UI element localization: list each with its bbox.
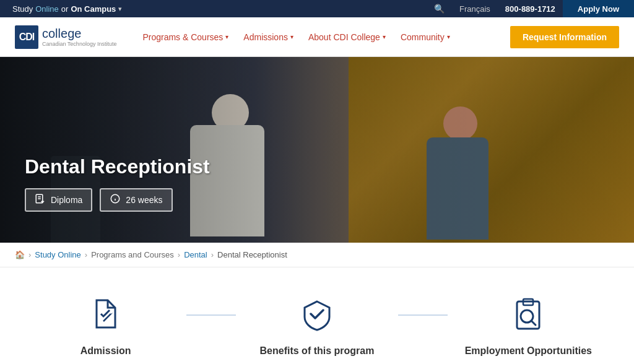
breadcrumb: 🏠 › Study Online › Programs and Courses … [0, 243, 634, 267]
logo-initials: CDI [15, 25, 38, 49]
logo-text: college Canadian Technology Institute [42, 27, 116, 47]
admission-label: Admission [80, 345, 131, 357]
employment-icon [506, 292, 550, 336]
chevron-icon: ▾ [447, 33, 450, 40]
feature-employment: Employment Opportunities [448, 286, 609, 363]
diploma-label: Diploma [51, 195, 82, 205]
chevron-icon: ▾ [290, 33, 293, 40]
employment-label: Employment Opportunities [465, 345, 592, 357]
study-mode-selector: Study Online or On Campus ▾ [12, 4, 122, 14]
breadcrumb-current: Dental Receptionist [217, 250, 287, 259]
dropdown-chevron: ▾ [118, 5, 122, 13]
online-link[interactable]: Online [35, 4, 59, 14]
hero-badges: Diploma 26 weeks [25, 188, 210, 212]
chevron-icon: ▾ [225, 33, 228, 40]
info-icon [110, 193, 121, 207]
nav-programs[interactable]: Programs & Courses ▾ [136, 28, 235, 46]
apply-now-button[interactable]: Apply Now [563, 0, 634, 17]
nav-about[interactable]: About CDI College ▾ [302, 28, 392, 46]
request-info-button[interactable]: Request Information [510, 26, 619, 48]
phone-number: 800-889-1712 [498, 4, 563, 14]
top-bar-right: 🔍 Français 800-889-1712 Apply Now [427, 0, 634, 17]
hero-overlay [0, 57, 634, 243]
logo-brand: college [42, 27, 81, 40]
diploma-badge: Diploma [25, 188, 92, 212]
breadcrumb-study-online[interactable]: Study Online [35, 250, 80, 259]
duration-label: 26 weeks [126, 195, 162, 205]
search-icon[interactable]: 🔍 [427, 4, 452, 14]
hero-title: Dental Receptionist [25, 155, 210, 178]
hero-content: Dental Receptionist Diploma [25, 155, 210, 212]
feature-benefits: Benefits of this program [236, 286, 397, 363]
study-label: Study [12, 4, 33, 14]
svg-line-11 [531, 321, 536, 325]
top-bar: Study Online or On Campus ▾ 🔍 Français 8… [0, 0, 634, 17]
feature-admission: Admission [25, 286, 186, 363]
nav-links: Programs & Courses ▾ Admissions ▾ About … [136, 28, 510, 46]
benefits-icon [295, 292, 339, 336]
logo: CDI college Canadian Technology Institut… [15, 25, 116, 49]
admission-icon [84, 292, 128, 336]
home-icon[interactable]: 🏠 [15, 250, 25, 259]
main-nav: CDI college Canadian Technology Institut… [0, 17, 634, 57]
logo-tagline: Canadian Technology Institute [42, 41, 116, 47]
diploma-icon [35, 193, 46, 207]
nav-admissions[interactable]: Admissions ▾ [237, 28, 300, 46]
nav-community[interactable]: Community ▾ [394, 28, 456, 46]
benefits-label: Benefits of this program [260, 345, 375, 357]
breadcrumb-programs: Programs and Courses [91, 250, 174, 259]
hero-section: Dental Receptionist Diploma [0, 57, 634, 243]
chevron-icon: ▾ [383, 33, 386, 40]
features-section: Admission Benefits of this program [0, 267, 634, 364]
on-campus-link[interactable]: On Campus [71, 4, 116, 14]
language-toggle[interactable]: Français [452, 4, 498, 14]
or-label: or [61, 4, 69, 14]
breadcrumb-dental[interactable]: Dental [184, 250, 207, 259]
duration-badge: 26 weeks [100, 188, 172, 212]
